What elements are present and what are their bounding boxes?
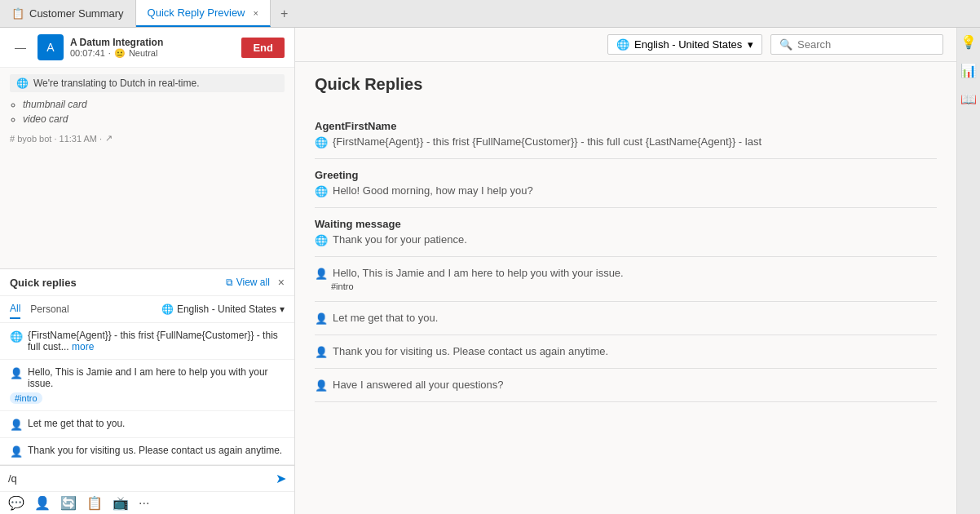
- qr-tabs: All Personal 🌐 English - United States ▾: [0, 296, 294, 323]
- quick-replies-panel: Quick replies ⧉ View all × All Personal …: [0, 268, 294, 465]
- chat-body: 🌐 We're translating to Dutch in real-tim…: [0, 68, 294, 268]
- qr-language-selector[interactable]: 🌐 English - United States ▾: [161, 304, 285, 315]
- quick-replies-content: Quick Replies AgentFirstName 🌐 {FirstNam…: [295, 62, 956, 514]
- person-icon: 👤: [315, 346, 328, 358]
- person-icon: 👤: [10, 445, 23, 458]
- person-icon: 👤: [315, 379, 328, 392]
- tab-quick-reply-preview-label: Quick Reply Preview: [148, 7, 245, 19]
- right-area: 🌐 English - United States ▾ 🔍 Quick Repl…: [295, 28, 980, 514]
- right-toolbar: 🌐 English - United States ▾ 🔍: [295, 28, 956, 62]
- qr-panel-header: Quick replies ⧉ View all ×: [0, 269, 294, 296]
- person-icon: 👤: [10, 419, 23, 431]
- globe-icon: 🌐: [616, 38, 629, 51]
- tag-badge: #intro: [315, 281, 937, 291]
- chat-input[interactable]: [8, 472, 271, 485]
- list-item: video card: [23, 112, 285, 126]
- search-input[interactable]: [797, 38, 934, 51]
- quick-replies-title: Quick Replies: [315, 75, 937, 94]
- qr-tab-all[interactable]: All: [10, 299, 20, 319]
- qr-entry-intro: 👤 Hello, This is Jamie and I am here to …: [315, 257, 937, 302]
- qr-entry-agentfirstname: AgentFirstName 🌐 {FirstName{Agent}} - th…: [315, 110, 937, 159]
- lightbulb-icon[interactable]: 💡: [960, 34, 977, 50]
- transfer-icon[interactable]: 🔄: [60, 495, 77, 511]
- agent-icon[interactable]: 👤: [34, 495, 51, 511]
- chat-header: — A A Datum Integration 00:07:41 · 😐 Neu…: [0, 28, 294, 68]
- tab-customer-summary[interactable]: 📋 Customer Summary: [0, 0, 136, 27]
- qr-entry-thankyou: 👤 Thank you for visiting us. Please cont…: [315, 335, 937, 369]
- tab-add-button[interactable]: +: [271, 0, 298, 27]
- send-button[interactable]: ➤: [276, 471, 286, 486]
- list-item[interactable]: 👤 Thank you for visiting us. Please cont…: [0, 438, 294, 465]
- list-item[interactable]: 👤 Hello, This is Jamie and I am here to …: [0, 360, 294, 411]
- qr-panel-close-button[interactable]: ×: [278, 276, 285, 289]
- person-icon: 👤: [315, 312, 328, 325]
- chat-toolbar: 💬 👤 🔄 📋 📺 ···: [0, 491, 294, 514]
- qr-entry-getit: 👤 Let me get that to you.: [315, 302, 937, 335]
- person-icon: 👤: [10, 367, 23, 379]
- tab-close-icon[interactable]: ×: [254, 8, 258, 18]
- bot-options-icon: ↗: [105, 133, 113, 144]
- list-item[interactable]: 🌐 {FirstName{Agent}} - this frist {FullN…: [0, 323, 294, 360]
- card-list: thumbnail card video card: [10, 97, 285, 126]
- list-item[interactable]: 👤 Let me get that to you.: [0, 411, 294, 438]
- chat-icon[interactable]: 💬: [8, 495, 24, 511]
- tab-quick-reply-preview[interactable]: Quick Reply Preview ×: [136, 0, 271, 27]
- chat-avatar: A: [38, 34, 64, 60]
- view-all-icon: ⧉: [226, 277, 233, 288]
- tab-customer-summary-label: Customer Summary: [29, 7, 124, 20]
- qr-panel-title: Quick replies: [10, 277, 226, 289]
- tag-badge: #intro: [10, 392, 42, 404]
- search-icon: 🔍: [779, 38, 792, 51]
- book-icon[interactable]: 📖: [960, 91, 977, 107]
- chat-header-info: A Datum Integration 00:07:41 · 😐 Neutral: [70, 37, 235, 59]
- qr-tab-personal[interactable]: Personal: [30, 300, 68, 318]
- customer-summary-icon: 📋: [11, 7, 24, 20]
- main-layout: — A A Datum Integration 00:07:41 · 😐 Neu…: [0, 28, 980, 514]
- bot-label: # byob bot · 11:31 AM · ↗: [10, 133, 285, 144]
- globe-icon: 🌐: [315, 136, 328, 148]
- chevron-down-icon: ▾: [280, 304, 285, 315]
- notes-icon[interactable]: 📋: [86, 495, 103, 511]
- analytics-icon[interactable]: 📊: [960, 63, 977, 78]
- sentiment-icon: 😐: [114, 48, 126, 59]
- chat-company: A Datum Integration: [70, 37, 235, 48]
- screen-icon[interactable]: 📺: [113, 495, 129, 511]
- search-box: 🔍: [770, 34, 943, 55]
- view-all-button[interactable]: ⧉ View all: [226, 277, 270, 288]
- more-link[interactable]: more: [72, 341, 94, 352]
- tab-bar: 📋 Customer Summary Quick Reply Preview ×…: [0, 0, 980, 28]
- right-panel: 🌐 English - United States ▾ 🔍 Quick Repl…: [295, 28, 956, 514]
- globe-icon: 🌐: [315, 185, 328, 197]
- end-button[interactable]: End: [241, 38, 285, 58]
- person-icon: 👤: [315, 268, 328, 280]
- chevron-down-icon: ▾: [748, 38, 753, 51]
- qr-entry-answered: 👤 Have I answered all your questions?: [315, 369, 937, 402]
- minimize-button[interactable]: —: [10, 39, 31, 55]
- globe-icon: 🌐: [315, 234, 328, 246]
- right-side-icons: 💡 📊 📖: [956, 28, 980, 514]
- translate-icon: 🌐: [16, 78, 29, 89]
- qr-items-list: 🌐 {FirstName{Agent}} - this frist {FullN…: [0, 323, 294, 465]
- qr-entry-waiting: Waiting message 🌐 Thank you for your pat…: [315, 208, 937, 257]
- translate-notice: 🌐 We're translating to Dutch in real-tim…: [10, 74, 285, 92]
- chat-input-area: ➤: [0, 465, 294, 491]
- list-item: thumbnail card: [23, 97, 285, 112]
- qr-entry-greeting: Greeting 🌐 Hello! Good morning, how may …: [315, 159, 937, 208]
- chat-timer: 00:07:41 · 😐 Neutral: [70, 48, 235, 59]
- left-panel: — A A Datum Integration 00:07:41 · 😐 Neu…: [0, 28, 295, 514]
- globe-icon: 🌐: [161, 304, 174, 315]
- globe-icon: 🌐: [10, 330, 23, 343]
- more-options-icon[interactable]: ···: [139, 496, 149, 511]
- language-dropdown[interactable]: 🌐 English - United States ▾: [607, 34, 762, 55]
